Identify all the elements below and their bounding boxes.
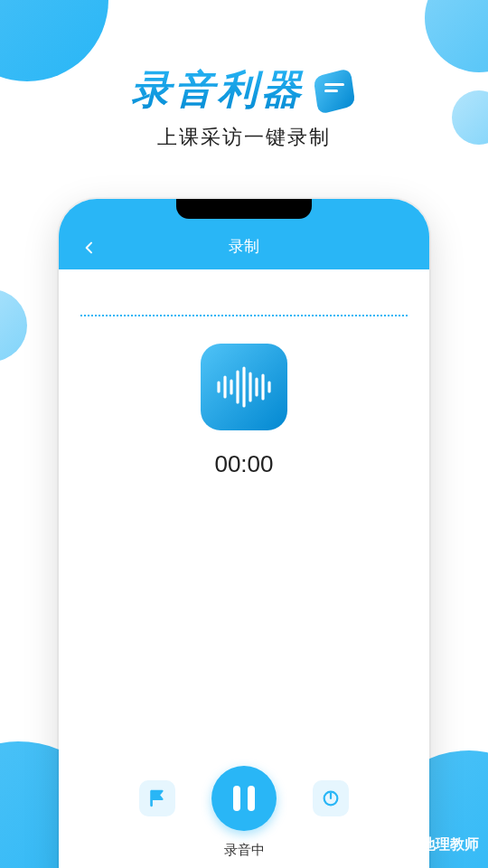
back-button[interactable] bbox=[79, 237, 100, 259]
recording-timer: 00:00 bbox=[80, 450, 408, 478]
waveform-tile[interactable] bbox=[201, 344, 287, 430]
recording-status-label: 录音中 bbox=[224, 842, 265, 859]
chat-bubble-icon bbox=[314, 69, 357, 112]
waveform-divider bbox=[80, 315, 408, 316]
watermark-seal: DLJS.CN bbox=[389, 830, 418, 859]
phone-notch bbox=[176, 199, 312, 219]
chevron-left-icon bbox=[82, 241, 97, 255]
watermark: DLJS.CN 地理教师 bbox=[389, 830, 479, 859]
flag-icon bbox=[147, 788, 167, 808]
phone-mockup: 录制 00:00 bbox=[59, 199, 429, 868]
promo-title-row: 录音利器 bbox=[0, 63, 488, 117]
watermark-text: 地理教师 bbox=[421, 835, 479, 854]
app-body: 00:00 bbox=[59, 269, 429, 478]
pause-icon bbox=[233, 786, 255, 811]
promo-header: 录音利器 上课采访一键录制 bbox=[0, 0, 488, 151]
waveform-icon bbox=[214, 364, 274, 410]
bg-blob-mid-left bbox=[0, 289, 27, 362]
promo-title: 录音利器 bbox=[131, 63, 305, 117]
power-icon bbox=[321, 788, 341, 808]
flag-marker-button[interactable] bbox=[139, 780, 175, 816]
controls-row bbox=[139, 766, 349, 831]
recording-controls: 录音中 bbox=[59, 766, 429, 859]
pause-button[interactable] bbox=[211, 766, 277, 831]
stop-button[interactable] bbox=[313, 780, 349, 816]
app-header-title: 录制 bbox=[229, 236, 259, 257]
promo-subtitle: 上课采访一键录制 bbox=[0, 124, 488, 151]
